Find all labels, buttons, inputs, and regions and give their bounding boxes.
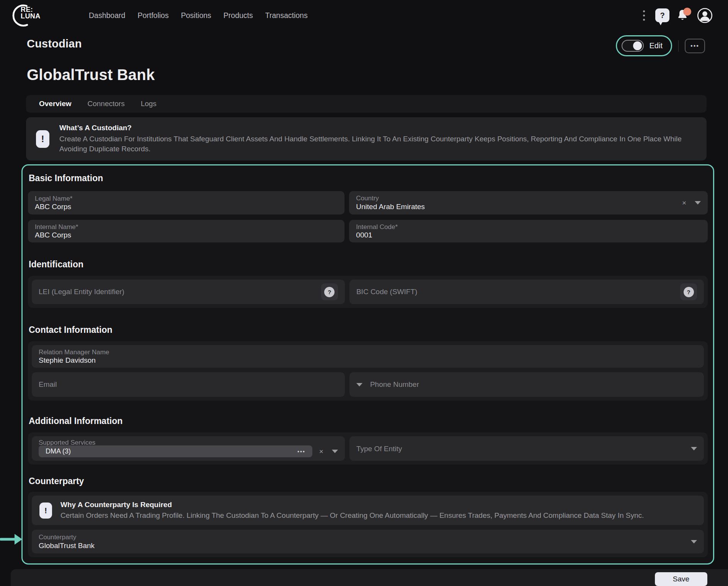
notification-badge (683, 8, 691, 16)
custodian-info-callout: ! What’s A Custodian? Create A Custodian… (26, 117, 707, 160)
logo-text: RE: LUNA (21, 7, 41, 20)
lei-field[interactable]: ? (32, 280, 345, 304)
notifications-bell-icon[interactable] (676, 8, 690, 23)
kebab-menu-icon[interactable] (639, 8, 649, 23)
type-of-entity-select[interactable]: Type Of Entity (349, 436, 704, 461)
save-button[interactable]: Save (655, 572, 707, 586)
counterparty-info-callout: ! Why A Counterparty Is Required Certain… (32, 496, 704, 525)
nav-item-portfolios[interactable]: Portfolios (137, 11, 168, 20)
alert-icon: ! (39, 503, 52, 519)
nav-item-transactions[interactable]: Transactions (265, 11, 308, 20)
custodian-form: Basic Information Legal Name* Country Un… (21, 164, 714, 565)
more-options-button[interactable]: ••• (685, 39, 705, 53)
ellipsis-icon: ••• (690, 43, 699, 49)
legal-name-field[interactable]: Legal Name* (28, 191, 344, 214)
supported-services-chip[interactable]: DMA (3) ••• (39, 445, 312, 457)
edit-toggle-switch[interactable] (622, 40, 644, 52)
internal-name-label: Internal Name* (35, 223, 338, 231)
phone-input[interactable] (370, 380, 697, 389)
tab-connectors[interactable]: Connectors (88, 100, 125, 108)
country-chevron-down-icon[interactable] (695, 201, 701, 205)
type-of-entity-chevron-down-icon[interactable] (691, 447, 697, 450)
additional-panel: Supported Services DMA (3) ••• × Type Of (28, 432, 708, 465)
help-icon[interactable]: ? (655, 8, 669, 22)
phone-country-chevron-down-icon[interactable] (356, 383, 362, 386)
form-footer: Save (11, 569, 728, 586)
counterparty-callout-body: Certain Orders Need A Trading Profile. L… (60, 511, 644, 520)
email-field[interactable] (32, 372, 345, 397)
relation-manager-field[interactable]: Relation Manager Name (32, 345, 704, 368)
edit-toggle[interactable]: Edit (616, 35, 672, 56)
topbar-actions: ? (639, 8, 713, 23)
callout-body: Create A Custodian For Institutions That… (59, 134, 695, 154)
internal-name-field[interactable]: Internal Name* (28, 220, 344, 242)
counterparty-value: GlobalTrust Bank (39, 541, 691, 550)
section-title-identification: Identification (28, 259, 708, 270)
divider (678, 40, 679, 52)
country-label: Country (356, 194, 675, 202)
callout-title: What’s A Custodian? (59, 124, 695, 132)
country-select[interactable]: Country United Arab Emirates × (349, 191, 708, 214)
counterparty-select[interactable]: Counterparty GlobalTrust Bank (32, 530, 704, 553)
contact-panel: Relation Manager Name (28, 341, 708, 401)
nav-item-products[interactable]: Products (224, 11, 253, 20)
lei-input[interactable] (39, 288, 321, 296)
supported-services-chevron-down-icon[interactable] (332, 450, 338, 453)
supported-services-value: DMA (3) (46, 447, 71, 455)
nav-item-dashboard[interactable]: Dashboard (89, 11, 125, 20)
tab-overview[interactable]: Overview (39, 100, 72, 108)
internal-code-field[interactable]: Internal Code* (349, 220, 708, 242)
counterparty-panel: ! Why A Counterparty Is Required Certain… (28, 492, 708, 557)
toggle-knob (633, 41, 642, 50)
main-nav: Dashboard Portfolios Positions Products … (89, 11, 308, 20)
email-input[interactable] (39, 380, 338, 389)
tab-bar: Overview Connectors Logs (26, 95, 707, 113)
internal-code-input[interactable] (356, 231, 701, 239)
header-actions: Edit ••• (616, 35, 705, 56)
page-title: GlobalTrust Bank (21, 66, 707, 83)
top-navigation-bar: RE: LUNA Dashboard Portfolios Positions … (0, 0, 728, 31)
counterparty-chevron-down-icon[interactable] (691, 540, 697, 543)
lei-help-icon[interactable]: ? (321, 283, 338, 300)
country-value: United Arab Emirates (356, 202, 675, 211)
section-title-counterparty: Counterparty (28, 476, 708, 486)
section-title-additional-information: Additional Information (28, 416, 708, 426)
counterparty-callout-title: Why A Counterparty Is Required (60, 501, 644, 509)
relation-manager-input[interactable] (39, 356, 697, 365)
chip-ellipsis-icon[interactable]: ••• (297, 449, 305, 455)
type-of-entity-placeholder: Type Of Entity (356, 445, 691, 453)
app-logo[interactable]: RE: LUNA (10, 3, 42, 28)
page-eyebrow: Custodian (27, 38, 82, 50)
identification-panel: ? ? (28, 276, 708, 308)
help-glyph: ? (660, 11, 664, 20)
nav-item-positions[interactable]: Positions (181, 11, 211, 20)
bic-input[interactable] (356, 288, 680, 296)
pointer-arrow-icon (0, 532, 28, 547)
bic-help-icon[interactable]: ? (680, 283, 697, 300)
supported-services-clear-icon[interactable]: × (319, 448, 323, 455)
section-title-contact-information: Contact Information (28, 325, 708, 335)
relation-manager-label: Relation Manager Name (39, 348, 697, 356)
bic-field[interactable]: ? (349, 280, 704, 304)
internal-name-input[interactable] (35, 231, 338, 239)
legal-name-input[interactable] (35, 203, 338, 211)
country-clear-icon[interactable]: × (682, 199, 686, 206)
tab-logs[interactable]: Logs (141, 100, 157, 108)
section-title-basic-information: Basic Information (28, 173, 708, 183)
counterparty-label: Counterparty (39, 533, 691, 541)
phone-field[interactable] (349, 372, 704, 397)
user-avatar[interactable] (697, 8, 713, 23)
legal-name-label: Legal Name* (35, 195, 338, 203)
edit-toggle-label: Edit (650, 41, 663, 50)
supported-services-field[interactable]: Supported Services DMA (3) ••• × (32, 436, 345, 461)
alert-icon: ! (36, 130, 49, 148)
internal-code-label: Internal Code* (356, 223, 701, 231)
